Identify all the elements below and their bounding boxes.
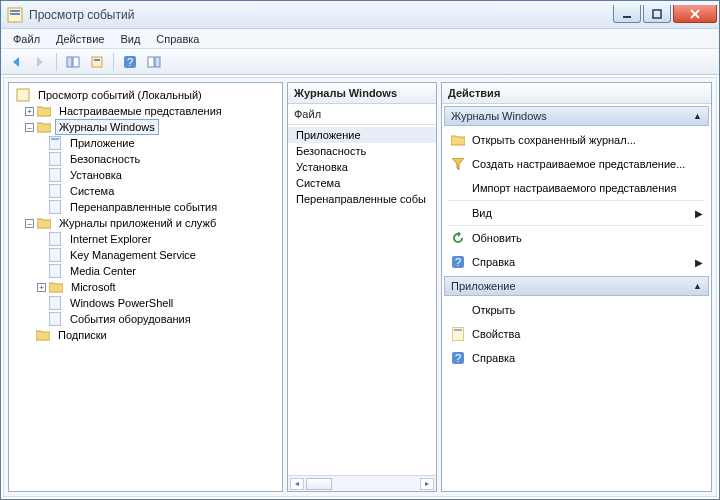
properties-button[interactable] xyxy=(86,51,108,73)
svg-marker-29 xyxy=(452,158,464,170)
tree-label: Microsoft xyxy=(67,279,120,295)
horizontal-scrollbar[interactable]: ◂ ▸ xyxy=(288,475,436,491)
menu-view[interactable]: Вид xyxy=(112,31,148,47)
maximize-button[interactable] xyxy=(643,5,671,23)
help-button[interactable]: ? xyxy=(119,51,141,73)
folder-icon xyxy=(36,215,52,231)
folder-icon xyxy=(48,279,64,295)
collapse-icon[interactable]: – xyxy=(25,219,34,228)
tree-subs[interactable]: Подписки xyxy=(13,327,278,343)
action-view[interactable]: Вид ▶ xyxy=(442,201,711,225)
tree-windows-logs[interactable]: – Журналы Windows xyxy=(13,119,278,135)
action-label: Импорт настраиваемого представления xyxy=(472,182,703,194)
log-icon xyxy=(47,183,63,199)
menubar: Файл Действие Вид Справка xyxy=(1,29,719,49)
action-open[interactable]: Открыть xyxy=(442,298,711,322)
scroll-right-icon[interactable]: ▸ xyxy=(420,478,434,490)
actions-section-windows-logs[interactable]: Журналы Windows ▲ xyxy=(444,106,709,126)
action-label: Вид xyxy=(472,207,689,219)
tree-security[interactable]: Безопасность xyxy=(13,151,278,167)
tree-application[interactable]: Приложение xyxy=(13,135,278,151)
action-help[interactable]: ? Справка ▶ xyxy=(442,250,711,274)
svg-rect-21 xyxy=(49,168,61,182)
forward-button[interactable] xyxy=(29,51,51,73)
close-button[interactable] xyxy=(673,5,717,23)
action-import-custom-view[interactable]: Импорт настраиваемого представления xyxy=(442,176,711,200)
svg-rect-27 xyxy=(49,296,61,310)
actions-pane: Действия Журналы Windows ▲ Открыть сохра… xyxy=(441,82,712,492)
tree-forwarded[interactable]: Перенаправленные события xyxy=(13,199,278,215)
titlebar: Просмотр событий xyxy=(1,1,719,29)
list-item[interactable]: Безопасность xyxy=(288,143,436,159)
svg-rect-9 xyxy=(67,57,72,67)
scroll-left-icon[interactable]: ◂ xyxy=(290,478,304,490)
collapse-icon[interactable]: – xyxy=(25,123,34,132)
tree-label: Internet Explorer xyxy=(66,231,155,247)
scroll-thumb[interactable] xyxy=(306,478,332,490)
action-label: Открыть xyxy=(472,304,703,316)
tree-label: Журналы Windows xyxy=(55,119,159,135)
folder-open-icon xyxy=(450,132,466,148)
actions-section-application[interactable]: Приложение ▲ xyxy=(444,276,709,296)
event-tree[interactable]: Просмотр событий (Локальный) + Настраива… xyxy=(11,85,280,489)
action-label: Справка xyxy=(472,352,703,364)
tree-label: Просмотр событий (Локальный) xyxy=(34,87,206,103)
menu-help[interactable]: Справка xyxy=(148,31,207,47)
svg-text:?: ? xyxy=(127,56,133,68)
back-button[interactable] xyxy=(5,51,27,73)
svg-rect-15 xyxy=(148,57,154,67)
svg-rect-19 xyxy=(51,138,59,140)
tree-custom-views[interactable]: + Настраиваемые представления xyxy=(13,103,278,119)
tree-mc[interactable]: Media Center xyxy=(13,263,278,279)
expand-icon[interactable]: + xyxy=(25,107,34,116)
tree-hw[interactable]: События оборудования xyxy=(13,311,278,327)
svg-rect-25 xyxy=(49,248,61,262)
tree-ms[interactable]: + Microsoft xyxy=(13,279,278,295)
tree-kms[interactable]: Key Management Service xyxy=(13,247,278,263)
tree-ps[interactable]: Windows PowerShell xyxy=(13,295,278,311)
minimize-button[interactable] xyxy=(613,5,641,23)
show-tree-button[interactable] xyxy=(62,51,84,73)
blank-icon xyxy=(450,205,466,221)
list-item[interactable]: Система xyxy=(288,175,436,191)
action-properties[interactable]: Свойства xyxy=(442,322,711,346)
blank-icon xyxy=(450,302,466,318)
log-icon xyxy=(47,199,63,215)
list-item[interactable]: Установка xyxy=(288,159,436,175)
action-pane-button[interactable] xyxy=(143,51,165,73)
svg-rect-11 xyxy=(92,57,102,67)
svg-rect-22 xyxy=(49,184,61,198)
log-icon xyxy=(47,247,63,263)
refresh-icon xyxy=(450,230,466,246)
svg-rect-23 xyxy=(49,200,61,214)
toolbar-separator xyxy=(113,53,114,71)
action-label: Обновить xyxy=(472,232,703,244)
list-item[interactable]: Перенаправленные собы xyxy=(288,191,436,207)
expand-icon[interactable]: + xyxy=(37,283,46,292)
tree-ie[interactable]: Internet Explorer xyxy=(13,231,278,247)
action-label: Справка xyxy=(472,256,689,268)
tree-label: Настраиваемые представления xyxy=(55,103,226,119)
tree-root[interactable]: Просмотр событий (Локальный) xyxy=(13,87,278,103)
svg-rect-4 xyxy=(653,10,661,18)
action-help2[interactable]: ? Справка xyxy=(442,346,711,370)
log-icon xyxy=(47,135,63,151)
tree-app-services[interactable]: – Журналы приложений и служб xyxy=(13,215,278,231)
actions-list: Журналы Windows ▲ Открыть сохраненный жу… xyxy=(442,104,711,491)
tree-setup[interactable]: Установка xyxy=(13,167,278,183)
action-create-custom-view[interactable]: Создать настраиваемое представление... xyxy=(442,152,711,176)
menu-file[interactable]: Файл xyxy=(5,31,48,47)
tree-label: Media Center xyxy=(66,263,140,279)
svg-rect-12 xyxy=(94,59,100,61)
svg-rect-16 xyxy=(155,57,160,67)
log-list[interactable]: Приложение Безопасность Установка Систем… xyxy=(288,125,436,475)
action-open-saved-log[interactable]: Открыть сохраненный журнал... xyxy=(442,128,711,152)
list-column-header[interactable]: Файл xyxy=(288,104,436,125)
list-item[interactable]: Приложение xyxy=(288,127,436,143)
action-refresh[interactable]: Обновить xyxy=(442,226,711,250)
subscriptions-icon xyxy=(35,327,51,343)
tree-system[interactable]: Система xyxy=(13,183,278,199)
action-label: Создать настраиваемое представление... xyxy=(472,158,703,170)
actions-header: Действия xyxy=(442,83,711,104)
menu-action[interactable]: Действие xyxy=(48,31,112,47)
